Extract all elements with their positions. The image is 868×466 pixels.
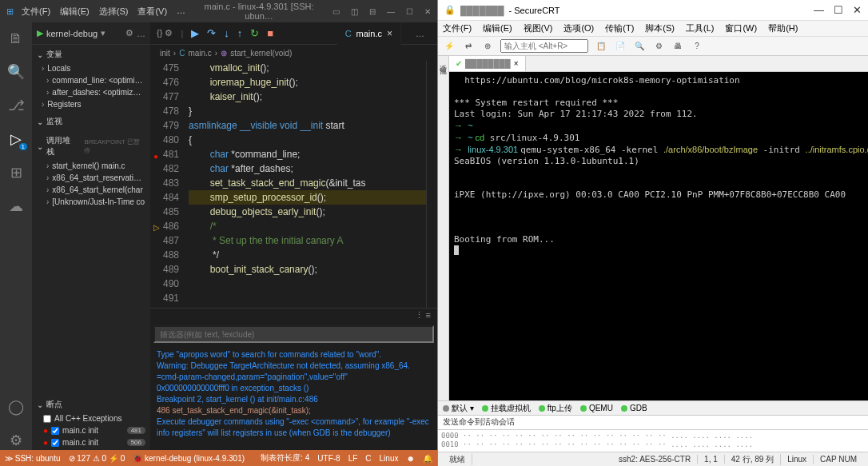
search-icon[interactable]: 🔍 (6, 62, 26, 82)
menu-edit[interactable]: 编辑(E) (483, 22, 512, 34)
code-content[interactable]: vmalloc_init(); ioremap_huge_init(); kai… (189, 61, 426, 308)
menu-window[interactable]: 窗口(W) (725, 22, 757, 34)
run-config-header[interactable]: ▶ kernel-debug ▾ ⚙ … (32, 22, 150, 45)
breadcrumb[interactable]: init › C main.c › ⊕ start_kernel(void) (150, 45, 437, 61)
bell-icon[interactable]: 🔔 (423, 454, 432, 463)
eol[interactable]: LF (348, 454, 358, 463)
menu-edit[interactable]: 编辑(E) (60, 6, 90, 18)
menu-file[interactable]: 文件(F) (22, 6, 50, 18)
menu-view[interactable]: 视图(V) (524, 22, 553, 34)
restart-icon[interactable]: ↻ (250, 27, 259, 39)
maximize-icon[interactable]: ☐ (406, 7, 413, 16)
copy-icon[interactable]: 📋 (595, 40, 607, 53)
problems-indicator[interactable]: ⊘ 127 ⚠ 0 ⚡ 0 (69, 454, 125, 463)
breakpoint-item[interactable]: ●main.c init506 (32, 436, 150, 448)
variables-section[interactable]: 变量 (32, 46, 150, 62)
close-icon[interactable]: ✕ (424, 7, 431, 16)
stack-frame[interactable]: x86_64_start_reservations (32, 172, 150, 184)
minimap[interactable] (426, 61, 437, 308)
connect-icon[interactable]: ⚡ (443, 40, 456, 53)
menu-file[interactable]: 文件(F) (443, 22, 472, 34)
step-out-icon[interactable]: ↑ (237, 27, 243, 39)
account-icon[interactable]: ◯ (6, 397, 26, 416)
minimize-icon[interactable]: — (814, 4, 824, 16)
session-tab[interactable]: ✔ ████████ × (449, 56, 526, 71)
layout-icon[interactable]: ▭ (332, 7, 340, 16)
reconnect-icon[interactable]: ⊕ (481, 40, 494, 53)
settings-icon[interactable]: ⚙ (652, 40, 665, 53)
scm-icon[interactable]: ⎇ (6, 96, 26, 115)
stack-frame[interactable]: start_kernel() main.c (32, 160, 150, 172)
menu-tools[interactable]: 工具(L) (686, 22, 714, 34)
paste-icon[interactable]: 📄 (614, 40, 627, 53)
watch-section[interactable]: 监视 (32, 114, 150, 129)
step-into-icon[interactable]: ↓ (224, 27, 229, 39)
explorer-icon[interactable]: 🗎 (6, 29, 26, 48)
terminal[interactable]: https://ubuntu.com/blog/microk8s-memory-… (449, 72, 868, 400)
os[interactable]: Linux (380, 454, 399, 463)
find-icon[interactable]: 🔍 (633, 40, 646, 53)
close-icon[interactable]: ✕ (853, 4, 862, 16)
breakpoint-item[interactable]: All C++ Exceptions (32, 412, 150, 424)
play-icon[interactable]: ▶ (37, 28, 43, 38)
print-icon[interactable]: 🖶 (671, 40, 684, 53)
menu-options[interactable]: 选项(O) (563, 22, 594, 34)
line-gutter[interactable]: 475476477478479480●481482483484485▷48648… (150, 61, 189, 308)
filter-input[interactable] (153, 325, 434, 343)
editor-tab[interactable]: C main.c × (337, 22, 401, 46)
registers-group[interactable]: Registers (32, 98, 150, 110)
send-command-bar[interactable]: 发送命令到活动会话 (438, 415, 868, 429)
debug-target[interactable]: 🐞 kernel-debug (linux-4.9.301) (133, 454, 245, 463)
var-after-dashes[interactable]: after_dashes: <optimiz… (32, 86, 150, 98)
button-bar-item[interactable]: 挂载虚拟机 (482, 403, 531, 414)
gear-icon[interactable]: ⚙ (6, 431, 26, 450)
menu-transfer[interactable]: 传输(T) (605, 22, 634, 34)
minimize-icon[interactable]: — (387, 7, 395, 16)
menu-help[interactable]: 帮助(H) (768, 22, 798, 34)
var-command-line[interactable]: command_line: <optimiz… (32, 74, 150, 86)
menu-more[interactable]: … (177, 6, 185, 18)
help-icon[interactable]: ? (691, 40, 703, 53)
tab-close-icon[interactable]: × (387, 28, 392, 39)
code-editor[interactable]: 475476477478479480●481482483484485▷48648… (150, 61, 437, 308)
button-bar-item[interactable]: GDB (621, 404, 647, 412)
side-tab[interactable]: 会话 属性 (438, 56, 449, 400)
step-over-icon[interactable]: ↷ (207, 27, 216, 39)
bp-checkbox[interactable] (51, 427, 59, 435)
menu-view[interactable]: 查看(V) (137, 6, 167, 18)
gear-icon[interactable]: ⚙ (125, 28, 133, 38)
encoding[interactable]: UTF-8 (317, 454, 340, 463)
breakpoint-item[interactable]: ●main.c init481 (32, 424, 150, 436)
stack-frame[interactable]: [Unknown/Just-In-Time co (32, 196, 150, 208)
stack-frame[interactable]: x86_64_start_kernel(char (32, 184, 150, 196)
remote-indicator[interactable]: ≫ SSH: ubuntu (5, 454, 61, 463)
layout-icon2[interactable]: ◫ (351, 7, 358, 16)
extensions-icon[interactable]: ⊞ (6, 163, 26, 182)
button-bar-item[interactable]: 默认 ▾ (443, 403, 474, 414)
maximize-icon[interactable]: ☐ (834, 4, 843, 16)
stop-icon[interactable]: ■ (267, 27, 273, 39)
continue-icon[interactable]: ▶ (191, 27, 199, 39)
remote-icon[interactable]: ☁ (6, 197, 26, 216)
bp-checkbox[interactable] (43, 415, 51, 423)
layout-icon3[interactable]: ⊟ (369, 7, 376, 16)
menu-script[interactable]: 脚本(S) (645, 22, 675, 34)
tab-close-icon[interactable]: × (514, 59, 519, 68)
debug-icon[interactable]: ▷1 (6, 129, 26, 149)
button-bar-item[interactable]: QEMU (580, 404, 613, 412)
host-input[interactable] (500, 39, 588, 53)
tab-size[interactable]: 制表符长度: 4 (261, 452, 309, 464)
button-bar-item[interactable]: ftp上传 (539, 403, 572, 414)
callstack-section[interactable]: 调用堆栈 BREAKPOINT 已暂停 (32, 133, 150, 160)
debug-console-output[interactable]: Type "apropos word" to search for comman… (150, 346, 437, 450)
settings-icon[interactable]: {} ⚙ (157, 28, 173, 38)
run-config-name[interactable]: kernel-debug (46, 29, 98, 38)
feedback-icon[interactable]: ☻ (406, 454, 415, 463)
quick-connect-icon[interactable]: ⇄ (462, 40, 475, 53)
bp-checkbox[interactable] (51, 439, 59, 447)
menu-selection[interactable]: 选择(S) (99, 6, 129, 18)
breakpoints-section[interactable]: 断点 (32, 396, 150, 412)
language[interactable]: C (365, 454, 371, 463)
locals-group[interactable]: Locals (32, 62, 150, 74)
more-icon[interactable]: … (409, 29, 431, 38)
